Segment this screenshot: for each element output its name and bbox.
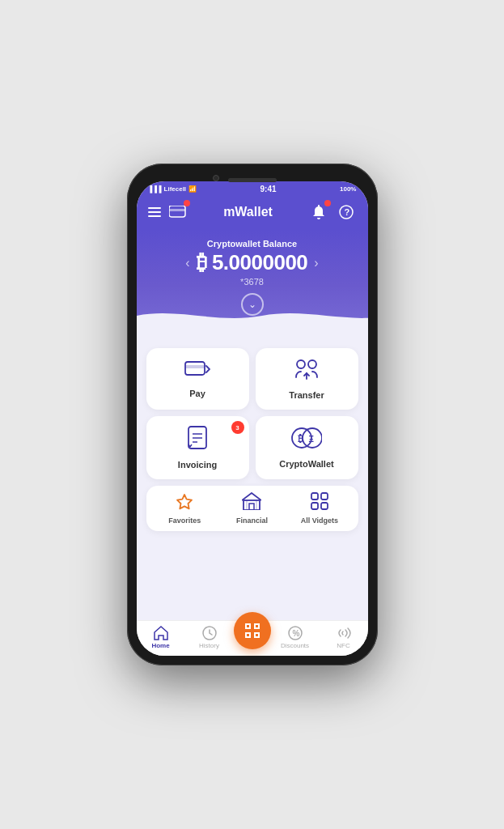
invoicing-icon (187, 426, 208, 455)
wifi-icon: 📶 (188, 185, 197, 193)
account-number: *3678 (153, 277, 352, 287)
card-badge (184, 200, 190, 206)
speaker (228, 178, 277, 182)
svg-rect-18 (249, 504, 254, 510)
scan-icon (244, 623, 260, 639)
pay-icon (184, 359, 210, 384)
menu-button[interactable] (148, 207, 161, 217)
svg-rect-17 (244, 500, 260, 510)
cryptowallet-label: CryptoWallet (279, 459, 333, 469)
discounts-icon: % (288, 626, 303, 640)
favorites-item[interactable]: Favorites (151, 493, 218, 525)
grid-row-2: 3 Invoicing (146, 416, 358, 479)
help-button[interactable]: ? (336, 202, 357, 223)
header-left: 1 (148, 202, 188, 223)
tab-home-label: Home (151, 642, 169, 649)
tab-home[interactable]: Home (137, 626, 185, 649)
svg-text:?: ? (344, 207, 349, 217)
svg-rect-23 (311, 503, 318, 509)
balance-display: ₿ 5.0000000 (197, 250, 308, 275)
carrier-name: Lifecell (164, 185, 187, 193)
financial-label: Financial (236, 517, 268, 525)
svg-text:%: % (292, 629, 299, 638)
prev-button[interactable]: ‹ (185, 256, 189, 270)
header-right: ? (308, 202, 357, 223)
grid-row-3: Favorites Financial (146, 486, 358, 531)
tab-discounts[interactable]: % Discounts (271, 626, 320, 649)
invoicing-card[interactable]: 3 Invoicing (146, 416, 249, 479)
svg-rect-29 (255, 633, 259, 637)
tab-history[interactable]: History (185, 626, 234, 649)
transfer-card[interactable]: Transfer (256, 348, 358, 410)
phone-frame: ▐▐▐ Lifecell 📶 9:41 100% 1 (127, 164, 378, 665)
currency-symbol: ₿ (197, 250, 207, 274)
tab-history-label: History (199, 642, 219, 649)
tab-bar: Home History % (137, 620, 368, 656)
svg-rect-21 (311, 493, 318, 500)
pay-label: Pay (189, 389, 205, 398)
history-icon (202, 626, 217, 640)
svg-rect-6 (185, 365, 205, 368)
transfer-label: Transfer (289, 390, 324, 400)
next-button[interactable]: › (314, 256, 318, 270)
tab-nfc-label: NFC (337, 642, 349, 649)
invoicing-badge: 3 (231, 421, 244, 434)
transfer-icon (293, 358, 320, 385)
svg-rect-24 (321, 503, 328, 509)
svg-rect-26 (246, 624, 250, 628)
signal-area: ▐▐▐ Lifecell 📶 (148, 185, 197, 193)
nfc-icon (337, 626, 351, 640)
scan-button[interactable] (234, 612, 271, 649)
allwidgets-icon (311, 492, 328, 514)
svg-rect-27 (255, 624, 259, 628)
tab-discounts-label: Discounts (281, 642, 309, 649)
svg-rect-28 (246, 633, 250, 637)
balance-label: Cryptowallet Balance (153, 239, 352, 249)
main-content: Pay Transfer (137, 340, 368, 620)
hero-section: Cryptowallet Balance ‹ ₿ 5.0000000 › *36… (137, 231, 368, 340)
financial-icon (242, 492, 261, 514)
home-icon (154, 626, 168, 640)
battery-display: 100% (340, 185, 356, 193)
favorites-icon (176, 493, 193, 514)
allwidgets-item[interactable]: All Vidgets (286, 492, 353, 525)
pay-card[interactable]: Pay (146, 348, 249, 410)
allwidgets-label: All Vidgets (301, 517, 338, 525)
notification-button[interactable] (308, 202, 329, 223)
status-bar: ▐▐▐ Lifecell 📶 9:41 100% (137, 181, 368, 197)
svg-rect-1 (169, 209, 185, 211)
tab-nfc[interactable]: NFC (320, 626, 368, 649)
favorites-label: Favorites (168, 517, 201, 525)
svg-text:Ξ: Ξ (309, 435, 315, 444)
app-title: mWallet (223, 205, 273, 219)
invoicing-label: Invoicing (178, 460, 217, 470)
app-header: 1 mWallet ? (137, 197, 368, 231)
svg-point-7 (297, 360, 305, 368)
svg-rect-22 (321, 493, 328, 500)
card-icon[interactable]: 1 (167, 202, 188, 223)
financial-item[interactable]: Financial (218, 492, 286, 525)
cryptowallet-icon: ₿ Ξ (291, 427, 322, 454)
cryptowallet-card[interactable]: ₿ Ξ CryptoWallet (256, 416, 358, 479)
notification-badge (324, 200, 331, 206)
grid-row-1: Pay Transfer (146, 348, 358, 410)
svg-point-8 (308, 360, 316, 368)
balance-amount: 5.0000000 (212, 250, 307, 274)
signal-bars: ▐▐▐ (148, 185, 162, 193)
phone-screen: ▐▐▐ Lifecell 📶 9:41 100% 1 (137, 181, 368, 656)
balance-row: ‹ ₿ 5.0000000 › (153, 250, 352, 275)
camera (213, 175, 219, 181)
time-display: 9:41 (260, 185, 277, 193)
